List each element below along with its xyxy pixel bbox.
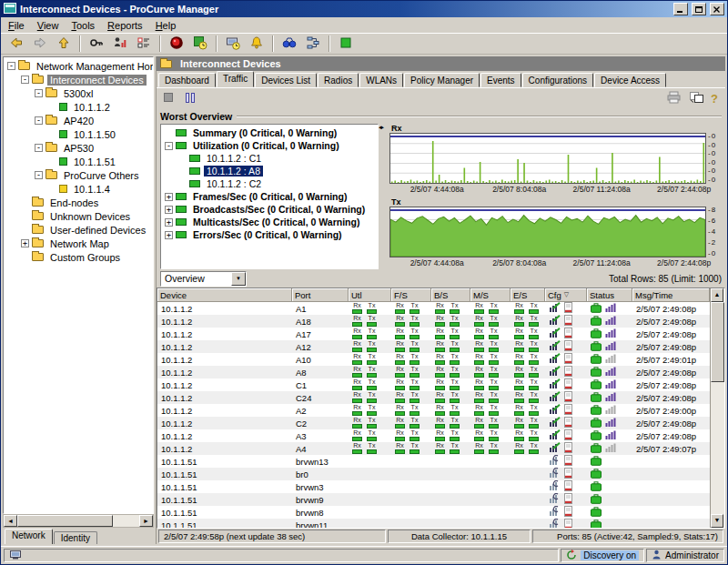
table-row[interactable]: 10.1.1.2C24RxTxRxTxRxTxRxTxRxTx2/5/07 2:…: [157, 391, 710, 404]
tab-wlans[interactable]: WLANs: [359, 73, 403, 87]
cell-cfg[interactable]: [545, 366, 587, 378]
toolbar-alerts-bell-button[interactable]: [245, 34, 268, 54]
stop-button[interactable]: [164, 93, 173, 104]
toolbar-user-stats-button[interactable]: [108, 34, 132, 54]
splitter-handle[interactable]: ◂▸: [379, 124, 388, 269]
scroll-up-icon[interactable]: ▲: [711, 288, 723, 302]
table-row[interactable]: 10.1.1.2A10RxTxRxTxRxTxRxTxRxTx2/5/07 2:…: [157, 353, 710, 366]
scroll-down-icon[interactable]: ▼: [711, 514, 723, 528]
print-button[interactable]: [667, 91, 682, 106]
maximize-button[interactable]: [692, 3, 706, 15]
expander-icon[interactable]: +: [21, 239, 29, 247]
table-row[interactable]: 10.1.1.51brvwn9: [157, 493, 710, 506]
pause-button[interactable]: [186, 93, 195, 105]
toolbar-back-button[interactable]: [5, 34, 28, 54]
tab-device-access[interactable]: Device Access: [594, 73, 666, 87]
cell-cfg[interactable]: [545, 519, 587, 528]
cell-cfg[interactable]: [545, 417, 587, 429]
tree-item[interactable]: Unknown Devices: [5, 209, 153, 223]
minimize-button[interactable]: [673, 3, 688, 15]
tab-radios[interactable]: Radios: [318, 73, 359, 87]
tree-item[interactable]: +Errors/Sec (0 Critical, 0 Warning): [163, 228, 378, 241]
cell-cfg[interactable]: [545, 340, 587, 353]
table-row[interactable]: 10.1.1.2A17RxTxRxTxRxTxRxTxRxTx2/5/07 2:…: [157, 328, 710, 340]
tab-traffic[interactable]: Traffic: [217, 71, 254, 87]
view-select[interactable]: Overview ▼: [160, 271, 247, 287]
tree-item[interactable]: 10.1.1.2 : C1: [163, 152, 378, 165]
cell-cfg[interactable]: [545, 455, 587, 468]
column-header-utl[interactable]: Utl: [349, 288, 391, 302]
tree-item[interactable]: -Network Management Home: [5, 59, 153, 73]
tree-item[interactable]: -Interconnect Devices: [5, 73, 153, 86]
sidebar-tab-identity[interactable]: Identity: [54, 531, 97, 544]
tree-item[interactable]: 10.1.1.51: [5, 155, 153, 168]
column-header-device[interactable]: Device: [157, 288, 292, 302]
tree-item[interactable]: -ProCurve Others: [5, 168, 153, 182]
expander-icon[interactable]: -: [7, 62, 15, 70]
column-header-status[interactable]: Status: [587, 288, 632, 302]
tree-item[interactable]: -AP530: [5, 141, 153, 155]
expander-icon[interactable]: -: [35, 89, 43, 97]
cell-cfg[interactable]: [545, 315, 587, 328]
tab-policy-manager[interactable]: Policy Manager: [404, 73, 480, 87]
tree-item[interactable]: 10.1.1.4: [5, 182, 153, 196]
expander-icon[interactable]: +: [165, 206, 173, 214]
menu-tools[interactable]: Tools: [65, 19, 101, 32]
table-row[interactable]: 10.1.1.2A18RxTxRxTxRxTxRxTxRxTx2/5/07 2:…: [157, 315, 710, 328]
toolbar-find-button[interactable]: [278, 34, 301, 54]
cell-cfg[interactable]: [545, 328, 587, 340]
tree-item[interactable]: End-nodes: [5, 196, 153, 209]
table-row[interactable]: 10.1.1.2A8RxTxRxTxRxTxRxTxRxTx2/5/07 2:4…: [157, 366, 710, 378]
column-header-port[interactable]: Port: [292, 288, 349, 302]
tree-item[interactable]: +Broadcasts/Sec (0 Critical, 0 Warning): [163, 203, 378, 216]
tree-item[interactable]: Summary (0 Critical, 0 Warning): [163, 126, 378, 139]
table-vscrollbar[interactable]: ▲ ▼: [710, 288, 724, 528]
tab-devices-list[interactable]: Devices List: [255, 73, 317, 87]
column-header-msgtime[interactable]: Msg/Time: [632, 288, 710, 302]
dropdown-arrow-icon[interactable]: ▼: [231, 272, 246, 286]
discovery-toggle[interactable]: Discovery on: [561, 549, 644, 562]
table-row[interactable]: 10.1.1.51brvwn8: [157, 506, 710, 519]
expander-icon[interactable]: +: [165, 193, 173, 201]
table-row[interactable]: 10.1.1.2C1RxTxRxTxRxTxRxTxRxTx2/5/07 2:4…: [157, 378, 710, 391]
expander-icon[interactable]: -: [35, 116, 43, 125]
column-header-bs[interactable]: B/S: [431, 288, 470, 302]
vscroll-thumb[interactable]: [711, 302, 724, 382]
tree-item[interactable]: 10.1.1.2 : A8: [163, 165, 378, 177]
scroll-right-icon[interactable]: ►: [139, 515, 153, 527]
help-icon[interactable]: ?: [711, 92, 718, 106]
toolbar-device-clock-button[interactable]: [221, 34, 245, 54]
table-row[interactable]: 10.1.1.2A2RxTxRxTxRxTxRxTxRxTx2/5/07 2:4…: [157, 404, 710, 417]
table-row[interactable]: 10.1.1.51brvwn13: [157, 455, 710, 468]
tab-dashboard[interactable]: Dashboard: [158, 73, 216, 87]
splitter-arrows-icon[interactable]: ◂▸: [379, 124, 383, 130]
toolbar-key-button[interactable]: [85, 34, 108, 54]
scroll-left-icon[interactable]: ◄: [4, 515, 17, 527]
toolbar-tasks-button[interactable]: [132, 34, 156, 54]
tree-item[interactable]: 10.1.1.2: [5, 100, 153, 114]
table-row[interactable]: 10.1.1.2A3RxTxRxTxRxTxRxTxRxTx2/5/07 2:4…: [157, 429, 710, 442]
export-button[interactable]: [689, 91, 703, 106]
expander-icon[interactable]: +: [165, 231, 173, 239]
cell-cfg[interactable]: [545, 378, 587, 391]
toolbar-status-legend-button[interactable]: [334, 34, 358, 54]
column-header-fs[interactable]: F/S: [391, 288, 431, 302]
tree-item[interactable]: 10.1.1.2 : C2: [163, 177, 378, 190]
toolbar-forward-button[interactable]: [28, 34, 52, 54]
close-button[interactable]: [710, 3, 724, 15]
cell-cfg[interactable]: [545, 404, 587, 417]
menu-file[interactable]: File: [2, 19, 31, 32]
tree-item[interactable]: -5300xl: [5, 86, 153, 100]
toolbar-poll-clock-button[interactable]: [188, 34, 212, 54]
table-row[interactable]: 10.1.1.2A1RxTxRxTxRxTxRxTxRxTx2/5/07 2:4…: [157, 302, 710, 315]
tab-configurations[interactable]: Configurations: [522, 73, 593, 87]
expander-icon[interactable]: -: [21, 76, 29, 84]
expander-icon[interactable]: +: [165, 218, 173, 227]
cell-cfg[interactable]: [545, 442, 587, 455]
cell-cfg[interactable]: [545, 480, 587, 493]
hscroll-thumb[interactable]: [17, 515, 113, 527]
cell-cfg[interactable]: [545, 506, 587, 519]
menu-reports[interactable]: Reports: [101, 19, 149, 32]
menu-view[interactable]: View: [31, 19, 66, 32]
cell-cfg[interactable]: [545, 353, 587, 366]
